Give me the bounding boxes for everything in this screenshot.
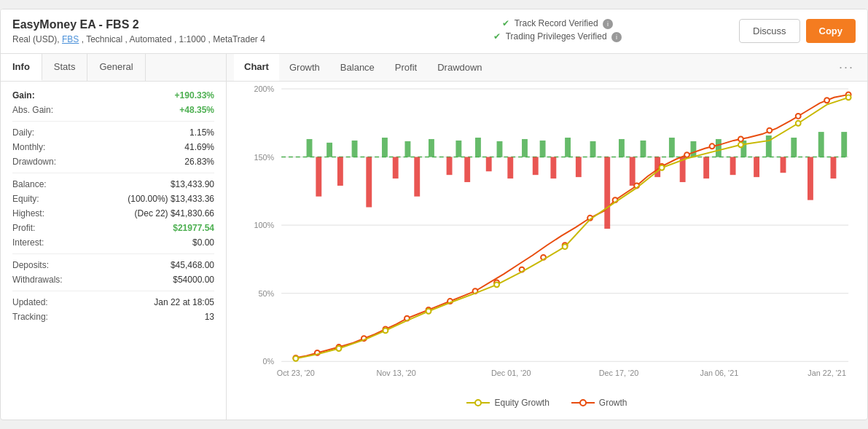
tracking-row: Tracking: 13 <box>12 312 214 322</box>
growth-legend: Growth <box>571 398 627 408</box>
svg-text:200%: 200% <box>254 84 275 93</box>
chart-more-button[interactable]: ··· <box>833 54 860 81</box>
strategy-title: EasyMoney EA - FBS 2 <box>12 18 376 31</box>
chart-tab-chart[interactable]: Chart <box>234 54 279 81</box>
deposits-row: Deposits: $45,468.00 <box>12 260 214 270</box>
deposits-label: Deposits: <box>12 260 49 270</box>
balance-value: $13,433.90 <box>171 179 214 189</box>
svg-rect-59 <box>791 138 797 157</box>
daily-row: Daily: 1.15% <box>12 127 214 138</box>
discuss-button[interactable]: Discuss <box>739 19 800 43</box>
svg-text:Oct 23, '20: Oct 23, '20 <box>277 369 315 377</box>
withdrawals-label: Withdrawals: <box>12 275 63 285</box>
chart-tab-drawdown[interactable]: Drawdown <box>427 55 492 80</box>
equity-value: (100.00%) $13,433.36 <box>128 194 214 204</box>
svg-rect-36 <box>781 157 786 173</box>
svg-text:150%: 150% <box>254 152 275 161</box>
svg-rect-48 <box>522 139 528 157</box>
svg-rect-58 <box>766 135 772 157</box>
interest-value: $0.00 <box>192 237 214 248</box>
gain-row: Gain: +190.33% <box>12 90 214 101</box>
gain-label: Gain: <box>12 90 35 101</box>
header-left: EasyMoney EA - FBS 2 Real (USD), FBS , T… <box>12 18 376 44</box>
monthly-label: Monthly: <box>12 142 45 152</box>
svg-text:Jan 06, '21: Jan 06, '21 <box>700 369 739 377</box>
svg-rect-21 <box>414 157 420 196</box>
info-icon-2[interactable]: i <box>611 32 622 42</box>
svg-rect-53 <box>641 141 646 157</box>
tracking-value: 13 <box>205 312 214 322</box>
highest-value: (Dec 22) $41,830.66 <box>135 208 214 219</box>
fbs-link[interactable]: FBS <box>62 34 79 44</box>
svg-text:Dec 17, '20: Dec 17, '20 <box>599 369 638 377</box>
svg-point-97 <box>475 400 481 406</box>
tab-stats[interactable]: Stats <box>42 54 88 81</box>
svg-rect-55 <box>690 141 696 157</box>
svg-point-88 <box>383 328 388 333</box>
chart-tab-balance[interactable]: Balance <box>330 55 385 80</box>
svg-text:Jan 22, '21: Jan 22, '21 <box>808 369 846 377</box>
chart-tabs: Chart Growth Balance Profit Drawdown ··· <box>227 54 867 82</box>
svg-rect-34 <box>730 157 736 175</box>
svg-text:Nov 13, '20: Nov 13, '20 <box>376 369 415 377</box>
svg-rect-40 <box>327 143 332 157</box>
svg-point-86 <box>293 356 298 361</box>
svg-rect-26 <box>533 157 539 175</box>
header: EasyMoney EA - FBS 2 Real (USD), FBS , T… <box>1 9 867 54</box>
chart-area: 0% 50% 100% 150% 200% Oct 23, '20 Nov 13… <box>227 82 867 420</box>
info-icon-1[interactable]: i <box>603 19 613 29</box>
updated-row: Updated: Jan 22 at 18:05 <box>12 297 214 307</box>
svg-rect-38 <box>831 157 837 178</box>
svg-rect-61 <box>841 132 847 157</box>
svg-rect-52 <box>619 139 625 157</box>
svg-rect-49 <box>540 141 546 157</box>
svg-rect-29 <box>604 157 610 228</box>
tab-info[interactable]: Info <box>1 54 42 81</box>
profit-value: $21977.54 <box>173 223 214 233</box>
svg-rect-28 <box>576 157 582 177</box>
abs-gain-value: +48.35% <box>179 105 214 115</box>
svg-rect-24 <box>486 157 492 171</box>
body: Info Stats General Gain: +190.33% Abs. G… <box>1 54 867 420</box>
deposits-value: $45,468.00 <box>171 260 214 270</box>
svg-point-99 <box>580 400 586 406</box>
svg-rect-25 <box>507 157 513 178</box>
svg-rect-19 <box>366 157 372 207</box>
equity-row: Equity: (100.00%) $13,433.36 <box>12 194 214 204</box>
interest-label: Interest: <box>12 237 44 248</box>
left-panel: Info Stats General Gain: +190.33% Abs. G… <box>1 54 227 420</box>
svg-point-82 <box>767 127 772 133</box>
svg-rect-18 <box>337 157 343 185</box>
svg-rect-22 <box>447 157 453 175</box>
header-center: ✔ Track Record Verified i ✔ Trading Priv… <box>376 18 740 44</box>
svg-rect-41 <box>352 141 358 157</box>
svg-text:50%: 50% <box>259 288 275 297</box>
svg-point-94 <box>796 120 801 125</box>
svg-point-93 <box>738 142 743 147</box>
chart-tab-profit[interactable]: Profit <box>385 55 427 80</box>
chart-tab-growth[interactable]: Growth <box>279 55 330 80</box>
svg-rect-44 <box>429 139 434 157</box>
copy-button[interactable]: Copy <box>806 19 856 43</box>
tracking-label: Tracking: <box>12 312 48 322</box>
daily-value: 1.15% <box>189 127 214 138</box>
svg-rect-30 <box>630 157 636 185</box>
svg-rect-39 <box>307 139 313 157</box>
svg-rect-46 <box>475 138 481 157</box>
svg-point-95 <box>846 95 851 100</box>
svg-point-89 <box>426 309 431 314</box>
svg-rect-43 <box>404 141 410 157</box>
gain-value: +190.33% <box>175 90 214 101</box>
drawdown-label: Drawdown: <box>12 157 56 167</box>
monthly-value: 41.69% <box>184 142 214 152</box>
equity-label: Equity: <box>12 194 39 204</box>
svg-point-84 <box>824 98 829 103</box>
chart-legend: Equity Growth Growth <box>238 392 856 412</box>
check-icon-2: ✔ <box>493 31 501 42</box>
svg-point-92 <box>660 165 665 170</box>
svg-rect-42 <box>382 138 388 157</box>
tab-general[interactable]: General <box>87 54 145 81</box>
growth-label: Growth <box>599 398 627 408</box>
check-icon-1: ✔ <box>502 18 509 28</box>
svg-rect-50 <box>565 138 571 157</box>
